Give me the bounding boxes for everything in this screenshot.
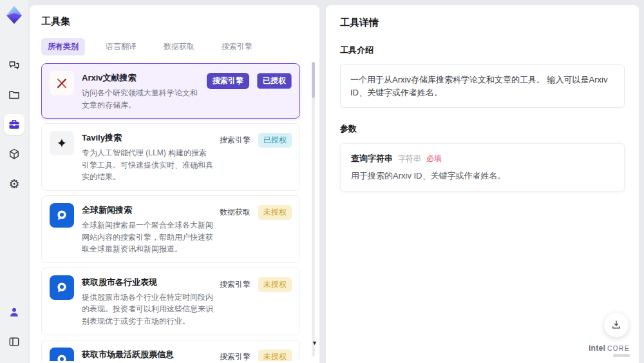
tab-4[interactable]: 搜索引擎 [215, 38, 259, 55]
category-tabs: 所有类别语言翻译数据获取搜索引擎 [41, 38, 307, 55]
download-icon [611, 319, 622, 331]
tool-name: Arxiv文献搜索 [82, 72, 200, 84]
tool-auth-badge: 未授权 [258, 277, 292, 292]
left-sidebar: ⚙ [0, 0, 28, 363]
panel-collapse-icon [8, 335, 21, 348]
scrollbar-thumb[interactable] [312, 62, 315, 98]
tool-auth-badge: 未授权 [258, 349, 292, 361]
core-logo-text: CORE [607, 345, 630, 352]
sidebar-item-settings[interactable]: ⚙ [4, 173, 24, 194]
sidebar-item-toolbox[interactable] [4, 114, 24, 135]
tool-icon: ✦ [50, 131, 74, 155]
param-name: 查询字符串 [351, 153, 393, 164]
tool-icon: ✦ [50, 71, 74, 95]
intel-logo-text: intel [589, 344, 605, 353]
download-button[interactable] [604, 313, 629, 337]
tool-auth-badge: 已授权 [258, 133, 292, 148]
app-window: ⚙ 工具集 所有类别语言翻译数据获取搜索引擎 ✦ [0, 0, 644, 363]
param-type: 字符串 [398, 153, 421, 164]
tool-name: 获取股市各行业表现 [82, 277, 213, 288]
panel-divider [319, 0, 326, 363]
list-scrollbar[interactable] [312, 62, 315, 357]
tool-category-badge: 搜索引擎 [207, 73, 249, 89]
tool-category-badge: 搜索引擎 [220, 279, 251, 290]
logo-sub-badge [613, 354, 630, 357]
tool-description: 全球新闻搜索是一个聚合全球各大新闻网站内容的搜索引擎，帮助用户快速获取全球最新资… [82, 219, 213, 255]
tool-icon: ✦ [50, 275, 74, 300]
tool-description: 访问各个研究领域大量科学论文和文章的存储库。 [82, 87, 200, 111]
tool-list-panel: 工具集 所有类别语言翻译数据获取搜索引擎 ✦ Arxiv文献搜索 访问各个研究领… [30, 5, 319, 363]
news-app-icon [54, 352, 70, 361]
folder-icon [8, 88, 21, 101]
sidebar-item-account[interactable] [4, 302, 24, 322]
tab-1[interactable]: 所有类别 [41, 38, 85, 55]
tavily-star-icon: ✦ [57, 137, 68, 150]
tool-card[interactable]: ✦ Arxiv文献搜索 访问各个研究领域大量科学论文和文章的存储库。 搜索引擎 … [41, 63, 300, 119]
user-avatar-icon [8, 306, 21, 319]
tool-name: 获取市场最活跃股票信息 [82, 349, 213, 360]
tool-category-badge: 搜索引擎 [220, 351, 251, 361]
tool-description: 提供股票市场各个行业在特定时间段内的表现。投资者可以利用这些信息来识别表现优于或… [82, 291, 213, 328]
sidebar-item-collapse-panel[interactable] [4, 331, 24, 352]
sidebar-item-models[interactable] [4, 144, 24, 164]
tab-3[interactable]: 数据获取 [157, 38, 201, 55]
tool-category-badge: 数据获取 [220, 207, 251, 218]
tool-auth-badge: 未授权 [258, 205, 292, 220]
tool-description: 专为人工智能代理 (LLM) 构建的搜索引擎工具。可快速提供实时、准确和真实的结… [82, 147, 213, 183]
arxiv-logo-icon [55, 76, 69, 90]
tool-list: ✦ Arxiv文献搜索 访问各个研究领域大量科学论文和文章的存储库。 搜索引擎 … [41, 63, 307, 361]
intro-heading: 工具介绍 [340, 44, 625, 56]
cube-icon [8, 148, 21, 161]
params-heading: 参数 [340, 123, 625, 135]
detail-title: 工具详情 [340, 17, 625, 29]
tool-card[interactable]: ✦ 获取股市各行业表现 提供股票市场各个行业在特定时间段内的表现。投资者可以利用… [41, 268, 300, 335]
param-required-flag: 必填 [426, 153, 442, 164]
tool-intro-text: 一个用于从Arxiv存储库搜索科学论文和文章的工具。 输入可以是Arxiv ID… [340, 64, 625, 108]
tool-name: 全球新闻搜索 [82, 204, 213, 216]
page-title: 工具集 [41, 15, 307, 28]
sidebar-item-chat[interactable] [4, 55, 24, 75]
toolbox-icon [8, 118, 21, 131]
tool-card[interactable]: ✦ Tavily搜索 专为人工智能代理 (LLM) 构建的搜索引擎工具。可快速提… [41, 123, 300, 191]
param-card: 查询字符串 字符串 必填 用于搜索的Arxiv ID、关键字或作者姓名。 [340, 143, 625, 191]
tool-icon: ✦ [50, 348, 74, 361]
tool-icon: ✦ [50, 203, 74, 228]
gear-icon: ⚙ [8, 178, 19, 190]
scroll-down-caret-icon[interactable]: ▼ [312, 340, 317, 346]
tab-2[interactable]: 语言翻译 [99, 38, 143, 55]
tool-card[interactable]: ✦ 获取市场最活跃股票信息 提供当天交易量最高的股票列表，投资者可以利用这些信息… [41, 340, 300, 361]
param-description: 用于搜索的Arxiv ID、关键字或作者姓名。 [351, 170, 614, 182]
tool-card[interactable]: ✦ 全球新闻搜索 全球新闻搜索是一个聚合全球各大新闻网站内容的搜索引擎，帮助用户… [41, 195, 300, 263]
tool-auth-badge: 已授权 [257, 73, 292, 89]
app-logo-icon [5, 5, 24, 25]
tool-name: Tavily搜索 [82, 132, 213, 144]
news-app-icon [54, 280, 70, 295]
intel-core-logo: intel CORE [589, 344, 630, 353]
tool-detail-panel: 工具详情 工具介绍 一个用于从Arxiv存储库搜索科学论文和文章的工具。 输入可… [326, 5, 639, 363]
sidebar-item-files[interactable] [4, 84, 24, 105]
news-app-icon [54, 208, 70, 223]
chat-icon [8, 59, 21, 72]
param-list: 查询字符串 字符串 必填 用于搜索的Arxiv ID、关键字或作者姓名。 [340, 143, 625, 191]
tool-category-badge: 搜索引擎 [220, 135, 251, 146]
